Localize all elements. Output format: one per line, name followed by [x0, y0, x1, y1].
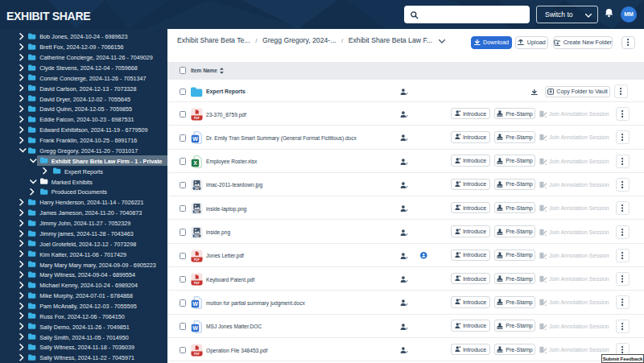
svg-text:PNG: PNG [195, 234, 200, 237]
svg-text:PDF: PDF [194, 282, 200, 285]
svg-text:PDF: PDF [194, 258, 200, 261]
svg-text:W: W [192, 301, 198, 307]
svg-text:W: W [192, 325, 198, 331]
svg-text:PDF: PDF [194, 353, 200, 356]
svg-text:PNG: PNG [195, 211, 200, 214]
svg-text:W: W [192, 136, 198, 142]
svg-text:X: X [193, 160, 197, 166]
svg-text:PDF: PDF [194, 117, 200, 120]
svg-text:JPG: JPG [195, 188, 199, 191]
